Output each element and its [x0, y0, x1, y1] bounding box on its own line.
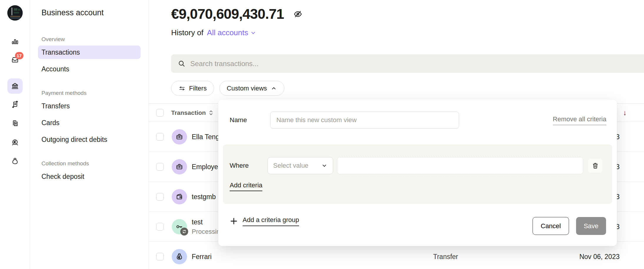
avatar-photo [7, 5, 23, 21]
custom-view-popover: Name Remove all criteria Where Select va… [218, 99, 617, 246]
transfer-doc-icon [11, 100, 19, 109]
history-value: All accounts [207, 28, 248, 37]
sidebar-item-label: Check deposit [41, 173, 84, 181]
chevron-down-icon [250, 30, 256, 36]
sidebar-item-accounts[interactable]: Accounts [38, 62, 141, 76]
eye-off-icon [293, 9, 303, 19]
sort-toggle-icon [209, 110, 213, 116]
delete-criteria-button[interactable] [588, 159, 602, 173]
sidebar-rail-receipts[interactable] [11, 119, 19, 127]
custom-view-name-input[interactable] [270, 112, 459, 129]
filters-icon [178, 85, 186, 92]
add-criteria-label: Add criteria [230, 181, 262, 191]
filters-button[interactable]: Filters [171, 81, 214, 96]
transaction-avatar [172, 159, 187, 174]
search-icon [178, 60, 186, 68]
sidebar-rail-bank-active[interactable] [7, 78, 23, 94]
remove-all-criteria-link[interactable]: Remove all criteria [553, 112, 606, 129]
history-label: History of [171, 28, 203, 37]
select-placeholder: Select value [273, 162, 308, 169]
processing-sync-badge [180, 228, 188, 236]
add-criteria-group-label: Add a criteria group [243, 216, 299, 226]
inbox-count-badge: 17 [15, 52, 24, 59]
sidebar-item-label: Accounts [41, 65, 69, 73]
search-input[interactable] [190, 60, 642, 68]
custom-views-button[interactable]: Custom views [219, 81, 284, 96]
receipts-icon [11, 119, 19, 127]
transaction-name: Employe [192, 163, 218, 171]
add-criteria-group-link[interactable]: Add a criteria group [230, 216, 299, 226]
sidebar-rail-inbox[interactable]: 17 [11, 56, 19, 64]
transaction-date: Nov 06, 2023 [579, 253, 620, 260]
transaction-name: testgmb [192, 193, 216, 201]
transaction-name: Ella Teng [192, 133, 219, 141]
section-label-overview: Overview [41, 36, 141, 43]
where-label: Where [230, 157, 249, 174]
search-bar [171, 54, 644, 73]
transaction-avatar [172, 129, 187, 144]
row-checkbox[interactable] [156, 133, 164, 141]
sidebar-item-check-deposit[interactable]: Check deposit [38, 170, 141, 183]
sidebar-item-label: Transactions [41, 48, 80, 56]
sidebar-rail-analytics[interactable] [11, 37, 19, 45]
add-criteria-link[interactable]: Add criteria [230, 181, 262, 189]
sidebar-item-label: Cards [41, 119, 59, 127]
money-bag-euro-icon [175, 252, 184, 261]
date-sort-desc-icon[interactable]: ↓ [623, 109, 627, 117]
row-checkbox[interactable] [156, 193, 164, 201]
sidebar-item-outgoing-direct-debits[interactable]: Outgoing direct debits [38, 133, 141, 146]
filters-label: Filters [189, 85, 207, 92]
criteria-group: Where Select value Add criteria [223, 144, 612, 204]
sidebar: Business account Overview Transactions A… [30, 0, 149, 269]
wallet-icon [175, 193, 183, 201]
transaction-name: Ferrari [192, 253, 212, 260]
transaction-avatar [172, 219, 187, 234]
sidebar-rail-money-bag[interactable] [11, 157, 19, 165]
criteria-value-field[interactable] [337, 157, 583, 174]
column-header-label: Transaction [171, 109, 206, 116]
row-checkbox[interactable] [156, 253, 164, 260]
row-checkbox[interactable] [156, 163, 164, 171]
criteria-field-select[interactable]: Select value [268, 157, 333, 174]
section-label-collection-methods: Collection methods [41, 160, 141, 167]
custom-views-label: Custom views [227, 85, 267, 92]
money-bag-icon [11, 157, 19, 165]
account-title: Business account [41, 8, 141, 17]
row-checkbox[interactable] [156, 223, 164, 231]
cancel-button[interactable]: Cancel [533, 217, 569, 235]
analytics-icon [11, 37, 19, 45]
chevron-down-icon [321, 162, 328, 169]
column-header-transaction[interactable]: Transaction [171, 109, 213, 116]
euro-coin-icon [11, 138, 19, 147]
sidebar-item-cards[interactable]: Cards [38, 116, 141, 130]
accounts-filter-dropdown[interactable]: All accounts [207, 28, 256, 37]
save-button[interactable]: Save [576, 217, 606, 235]
trash-icon [592, 162, 599, 169]
chevron-up-icon [271, 85, 277, 92]
account-balance: €9,070,609,430.71 [171, 6, 284, 22]
name-label: Name [230, 112, 247, 129]
select-all-checkbox[interactable] [156, 109, 164, 117]
sidebar-rail-euro-balance[interactable] [11, 138, 19, 147]
briefcase-icon [175, 163, 183, 171]
sidebar-item-label: Outgoing direct debits [41, 136, 107, 144]
transaction-method: Transfer [433, 253, 458, 260]
transaction-avatar [172, 249, 187, 264]
hide-balance-button[interactable] [291, 8, 304, 21]
sidebar-item-transactions[interactable]: Transactions [38, 46, 141, 59]
sidebar-item-label: Transfers [41, 102, 70, 110]
sidebar-rail-transfers[interactable] [11, 100, 19, 109]
bank-icon [11, 82, 19, 90]
icon-rail: 17 [0, 0, 30, 269]
avatar[interactable] [7, 5, 23, 21]
remove-all-criteria-label: Remove all criteria [553, 115, 606, 125]
section-label-payment-methods: Payment methods [41, 90, 141, 96]
plus-icon [230, 217, 238, 225]
briefcase-icon [175, 133, 183, 141]
transaction-avatar [172, 189, 187, 204]
sidebar-item-transfers[interactable]: Transfers [38, 99, 141, 113]
sync-icon [182, 229, 186, 234]
